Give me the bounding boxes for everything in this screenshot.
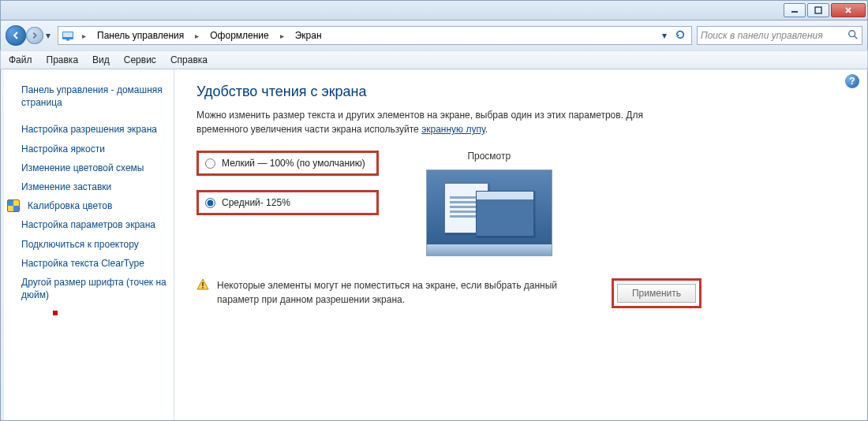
breadcrumb-item-1[interactable]: Оформление	[207, 28, 271, 43]
search-icon[interactable]	[847, 29, 859, 43]
address-dropdown-icon[interactable]: ▾	[658, 30, 671, 41]
radio-small[interactable]: Мелкий — 100% (по умолчанию)	[196, 151, 379, 176]
navbar: ▾ ▸ Панель управления ▸ Оформление ▸ Экр…	[0, 20, 868, 50]
desc-text-end: .	[485, 124, 488, 135]
menu-view[interactable]: Вид	[91, 53, 111, 67]
size-radios: Мелкий — 100% (по умолчанию) Средний- 12…	[196, 151, 379, 215]
close-button[interactable]	[831, 3, 866, 17]
forward-button[interactable]	[26, 27, 43, 44]
address-bar[interactable]: ▸ Панель управления ▸ Оформление ▸ Экран…	[58, 26, 692, 45]
sidebar-item-brightness[interactable]: Настройка яркости	[13, 140, 167, 158]
sidebar-item-display-params[interactable]: Настройка параметров экрана	[13, 215, 167, 234]
breadcrumb-sep: ▸	[79, 32, 89, 40]
sidebar-item-colorscheme[interactable]: Изменение цветовой схемы	[13, 158, 167, 177]
menu-help[interactable]: Справка	[169, 53, 209, 67]
breadcrumb-item-0[interactable]: Панель управления	[94, 28, 187, 43]
menu-edit[interactable]: Правка	[45, 53, 80, 67]
svg-rect-9	[202, 282, 204, 286]
minimize-button[interactable]	[784, 3, 806, 17]
page-title: Удобство чтения с экрана	[196, 84, 853, 100]
back-button[interactable]	[6, 25, 26, 46]
sidebar-item-calibrate[interactable]: Калибровка цветов	[13, 196, 167, 215]
svg-line-8	[855, 35, 858, 39]
svg-rect-5	[63, 32, 73, 37]
content: ? Удобство чтения с экрана Можно изменит…	[174, 69, 867, 420]
search-placeholder: Поиск в панели управления	[701, 30, 823, 41]
sidebar-item-cleartype[interactable]: Настройка текста ClearType	[13, 254, 167, 273]
titlebar	[0, 0, 868, 20]
svg-point-7	[849, 30, 855, 36]
preview-image	[426, 170, 552, 256]
body: Панель управления - домашняя страница На…	[0, 69, 868, 421]
nav-history-dropdown[interactable]: ▾	[43, 30, 53, 41]
control-panel-icon	[62, 29, 74, 42]
sidebar-item-dpi[interactable]: Другой размер шрифта (точек на дюйм)	[13, 273, 167, 304]
breadcrumb-sep: ▸	[277, 32, 287, 40]
sidebar-item-resolution[interactable]: Настройка разрешения экрана	[13, 120, 167, 139]
nav-buttons: ▾	[6, 25, 53, 46]
search-input[interactable]: Поиск в панели управления	[697, 26, 862, 45]
radio-medium-label: Средний- 125%	[222, 197, 290, 208]
radio-medium[interactable]: Средний- 125%	[196, 190, 379, 215]
preview-title: Просмотр	[426, 151, 552, 162]
sidebar-item-projector[interactable]: Подключиться к проектору	[13, 235, 167, 254]
menu-file[interactable]: Файл	[7, 53, 34, 67]
radio-medium-input[interactable]	[205, 198, 215, 208]
warning-text: Некоторые элементы могут не поместиться …	[217, 278, 599, 307]
maximize-button[interactable]	[807, 3, 829, 17]
radio-small-input[interactable]	[205, 158, 215, 169]
help-icon[interactable]: ?	[845, 74, 859, 88]
svg-rect-6	[66, 39, 69, 41]
page-description: Можно изменить размер текста и других эл…	[196, 108, 686, 136]
menubar: Файл Правка Вид Сервис Справка	[0, 50, 868, 69]
refresh-icon[interactable]	[674, 29, 687, 43]
breadcrumb-item-2[interactable]: Экран	[292, 28, 325, 43]
red-dot-marker	[53, 311, 58, 315]
desc-text: Можно изменить размер текста и других эл…	[196, 110, 643, 135]
apply-button[interactable]: Применить	[617, 284, 696, 303]
warning-row: Некоторые элементы могут не поместиться …	[196, 278, 702, 308]
svg-rect-1	[815, 7, 821, 13]
preview-section: Просмотр	[426, 151, 552, 256]
svg-rect-10	[202, 287, 204, 289]
magnifier-link[interactable]: экранную лупу	[421, 124, 485, 135]
menu-tools[interactable]: Сервис	[122, 53, 158, 67]
breadcrumb-sep: ▸	[192, 32, 202, 40]
radio-small-label: Мелкий — 100% (по умолчанию)	[222, 158, 365, 169]
apply-highlight: Применить	[612, 278, 702, 308]
sidebar-item-screensaver[interactable]: Изменение заставки	[13, 177, 167, 196]
sidebar: Панель управления - домашняя страница На…	[1, 69, 174, 420]
sidebar-item-home[interactable]: Панель управления - домашняя страница	[13, 80, 167, 112]
warning-icon	[196, 278, 209, 291]
